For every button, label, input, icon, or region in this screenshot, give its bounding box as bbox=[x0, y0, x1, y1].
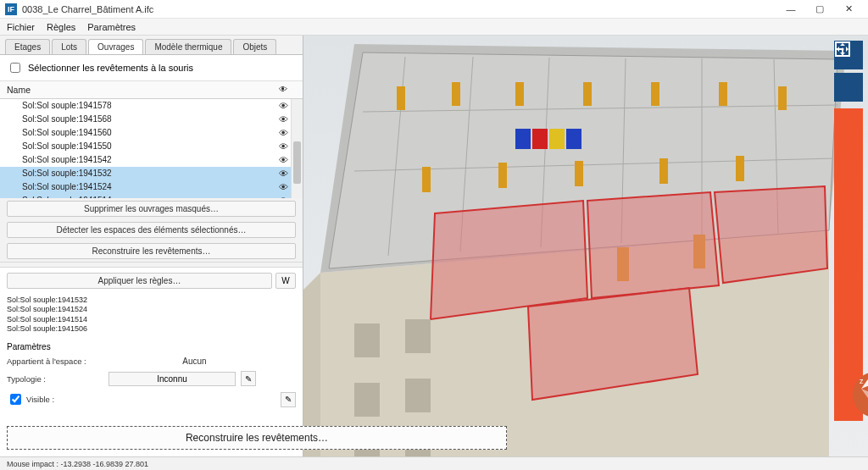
menu-parametres[interactable]: Paramètres bbox=[87, 22, 136, 32]
mouse-select-label: Sélectionner les revêtements à la souris bbox=[28, 63, 193, 73]
svg-rect-16 bbox=[651, 82, 659, 106]
svg-rect-15 bbox=[583, 82, 592, 106]
fit-view-button[interactable] bbox=[834, 73, 863, 102]
list-row[interactable]: Sol:Sol souple:1941524👁 bbox=[0, 180, 303, 194]
list-row[interactable]: Sol:Sol souple:1941532👁 bbox=[0, 167, 303, 180]
list-row[interactable]: Sol:Sol souple:1941578👁 bbox=[0, 99, 303, 113]
selection-list-item: Sol:Sol souple:1941506 bbox=[7, 324, 296, 334]
selection-list-item: Sol:Sol souple:1941532 bbox=[7, 296, 296, 305]
svg-rect-22 bbox=[659, 158, 668, 184]
rebuild-coverings-big-button[interactable]: Reconstruire les revêtements… bbox=[7, 426, 507, 450]
svg-marker-44 bbox=[861, 389, 868, 401]
svg-text:z: z bbox=[860, 377, 864, 385]
compass-icon: z bbox=[853, 372, 868, 406]
list-row[interactable]: Sol:Sol souple:1941550👁 bbox=[0, 140, 303, 153]
rebuild-coverings-button[interactable]: Reconstruire les revêtements… bbox=[7, 243, 296, 259]
list-header-name[interactable]: Name bbox=[7, 85, 270, 95]
list-row[interactable]: Sol:Sol souple:1941542👁 bbox=[0, 153, 303, 167]
svg-rect-27 bbox=[532, 129, 548, 149]
belongs-value: Aucun bbox=[108, 357, 281, 366]
svg-rect-19 bbox=[422, 167, 431, 192]
tabstrip: Etages Lots Ouvrages Modèle thermique Ob… bbox=[0, 36, 303, 55]
svg-rect-29 bbox=[566, 129, 581, 149]
list-row-name: Sol:Sol souple:1941560 bbox=[22, 128, 270, 137]
selection-list-item: Sol:Sol souple:1941514 bbox=[7, 315, 296, 324]
list-row-name: Sol:Sol souple:1941532 bbox=[22, 169, 270, 178]
svg-rect-23 bbox=[736, 156, 744, 181]
svg-point-42 bbox=[842, 48, 844, 51]
selection-list: Sol:Sol souple:1941532Sol:Sol souple:194… bbox=[0, 294, 303, 339]
list-scrollbar[interactable] bbox=[291, 99, 303, 198]
status-bar: Mouse impact : -13.2938 -16.9839 27.801 bbox=[0, 456, 868, 470]
svg-rect-18 bbox=[778, 86, 787, 110]
typology-dropdown[interactable]: Inconnu bbox=[108, 372, 236, 386]
svg-marker-30 bbox=[431, 201, 587, 319]
parameters-panel: Paramètres Appartient à l'espace : Aucun… bbox=[0, 339, 303, 421]
menu-regles[interactable]: Règles bbox=[47, 22, 75, 32]
tab-objets[interactable]: Objets bbox=[233, 39, 276, 54]
svg-rect-21 bbox=[575, 161, 583, 186]
list-row-name: Sol:Sol souple:1941578 bbox=[22, 101, 270, 110]
apply-rules-button[interactable]: Appliquer les règles… bbox=[7, 273, 272, 289]
titlebar: IF 0038_Le Charrel_Bâtiment A.ifc — ▢ ✕ bbox=[0, 0, 868, 19]
typology-label: Typologie : bbox=[7, 374, 108, 384]
belongs-label: Appartient à l'espace : bbox=[7, 357, 108, 366]
tab-ouvrages[interactable]: Ouvrages bbox=[88, 39, 143, 54]
list-header-visibility[interactable]: 👁 bbox=[270, 85, 296, 95]
mouse-select-row: Sélectionner les revêtements à la souris bbox=[0, 55, 303, 81]
list-row-name: Sol:Sol souple:1941542 bbox=[22, 155, 270, 164]
app-icon: IF bbox=[5, 3, 17, 15]
fit-view-icon bbox=[834, 41, 851, 58]
ouvrages-list[interactable]: Sol:Sol souple:1941578👁Sol:Sol souple:19… bbox=[0, 99, 303, 198]
list-header: Name 👁 bbox=[0, 81, 303, 99]
left-panel: Etages Lots Ouvrages Modèle thermique Ob… bbox=[0, 36, 303, 456]
svg-rect-13 bbox=[452, 82, 460, 106]
close-button[interactable]: ✕ bbox=[834, 0, 863, 19]
list-row-name: Sol:Sol souple:1941514 bbox=[22, 196, 270, 198]
typology-edit-button[interactable]: ✎ bbox=[241, 371, 256, 386]
menubar: Fichier Règles Paramètres bbox=[0, 19, 868, 36]
visible-checkbox[interactable] bbox=[10, 394, 21, 405]
list-row-name: Sol:Sol souple:1941568 bbox=[22, 114, 270, 124]
svg-rect-17 bbox=[719, 82, 727, 106]
svg-rect-36 bbox=[354, 383, 380, 417]
window-title: 0038_Le Charrel_Bâtiment A.ifc bbox=[22, 4, 776, 14]
svg-rect-20 bbox=[498, 163, 507, 188]
panel-divider[interactable] bbox=[0, 262, 303, 268]
selection-list-item: Sol:Sol souple:1941524 bbox=[7, 305, 296, 314]
scrollbar-thumb[interactable] bbox=[293, 141, 301, 184]
parameters-heading: Paramètres bbox=[7, 342, 296, 351]
svg-rect-37 bbox=[405, 379, 431, 412]
visible-edit-button[interactable]: ✎ bbox=[281, 392, 296, 407]
svg-rect-12 bbox=[397, 86, 405, 110]
tab-etages[interactable]: Etages bbox=[5, 39, 50, 54]
svg-rect-28 bbox=[549, 129, 565, 149]
delete-masked-button[interactable]: Supprimer les ouvrages masqués… bbox=[7, 201, 296, 217]
menu-fichier[interactable]: Fichier bbox=[7, 22, 35, 32]
tab-modele-thermique[interactable]: Modèle thermique bbox=[145, 39, 231, 54]
list-row[interactable]: Sol:Sol souple:1941514👁 bbox=[0, 194, 303, 198]
svg-marker-32 bbox=[715, 186, 827, 283]
visible-label: Visible : bbox=[26, 395, 54, 404]
list-row-name: Sol:Sol souple:1941550 bbox=[22, 141, 270, 151]
svg-rect-34 bbox=[354, 323, 380, 357]
svg-rect-14 bbox=[515, 82, 524, 106]
list-row-name: Sol:Sol souple:1941524 bbox=[22, 182, 270, 191]
svg-rect-26 bbox=[515, 129, 531, 149]
svg-rect-35 bbox=[405, 319, 431, 353]
tab-lots[interactable]: Lots bbox=[52, 39, 86, 54]
list-row[interactable]: Sol:Sol souple:1941568👁 bbox=[0, 113, 303, 126]
3d-viewport[interactable]: z bbox=[303, 36, 868, 456]
rules-w-button[interactable]: W bbox=[275, 273, 296, 289]
mouse-select-checkbox[interactable] bbox=[10, 63, 20, 73]
viewport-toolbar bbox=[834, 41, 863, 102]
svg-marker-31 bbox=[587, 192, 719, 298]
minimize-button[interactable]: — bbox=[776, 0, 805, 19]
detect-spaces-button[interactable]: Détecter les espaces des éléments sélect… bbox=[7, 222, 296, 238]
list-row[interactable]: Sol:Sol souple:1941560👁 bbox=[0, 126, 303, 140]
status-text: Mouse impact : -13.2938 -16.9839 27.801 bbox=[7, 460, 148, 468]
maximize-button[interactable]: ▢ bbox=[805, 0, 834, 19]
